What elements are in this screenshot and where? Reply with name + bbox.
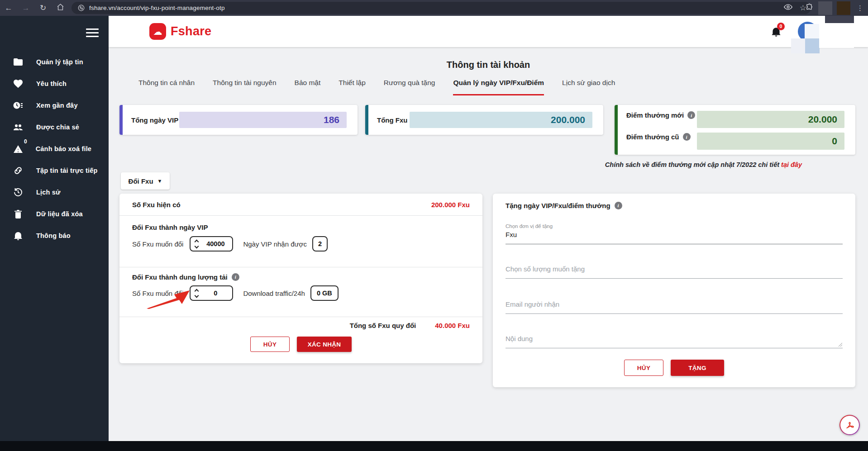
sidebar-item-recent[interactable]: Xem gần đây [0, 95, 109, 116]
info-icon[interactable]: i [232, 273, 239, 281]
browser-menu-icon[interactable]: ⋮ [855, 4, 865, 12]
fshare-cloud-icon: ☁ [149, 23, 166, 40]
sidebar-item-delete-warning[interactable]: 0 Cảnh báo xoá file [0, 138, 109, 160]
fxu-vip-value[interactable]: 40000 [202, 240, 232, 247]
doi-fxu-dropdown[interactable]: Đổi Fxu ▼ [121, 172, 170, 190]
new-points-value: 20.000 [697, 111, 844, 128]
gift-amount-field[interactable]: Chọn số lượng muốn tặng [506, 265, 843, 279]
sidebar-item-label: Quản lý tập tin [36, 58, 83, 66]
notification-bell[interactable]: 0 [770, 26, 782, 39]
sidebar-item-label: Tập tin tải trực tiếp [36, 167, 98, 174]
extensions-icon[interactable] [806, 3, 814, 13]
sidebar-item-notifications[interactable]: Thông báo [0, 225, 109, 247]
vip-days-value: 186 [179, 112, 347, 128]
sidebar-item-history[interactable]: Lịch sử [0, 181, 109, 203]
hamburger-menu-icon[interactable] [86, 28, 99, 37]
gift-email-field[interactable]: Email người nhận [506, 300, 843, 314]
home-icon[interactable] [52, 3, 69, 13]
fxu-vip-stepper[interactable]: 40000 [190, 236, 233, 252]
exchange-panel: Số Fxu hiện có 200.000 Fxu Đổi Fxu thành… [119, 194, 482, 363]
reload-icon[interactable]: ↻ [34, 3, 52, 13]
redacted-block [805, 38, 820, 53]
doi-fxu-label: Đổi Fxu [129, 177, 153, 185]
sidebar-item-direct-download[interactable]: Tập tin tải trực tiếp [0, 160, 109, 181]
points-card: Điểm thưởng mới i 20.000 Điểm thưởng cũ … [615, 105, 855, 155]
current-fxu-value: 200.000 Fxu [431, 201, 470, 209]
forward-icon[interactable]: → [17, 4, 34, 13]
gift-amount-placeholder[interactable]: Chọn số lượng muốn tặng [506, 265, 843, 273]
traffic-result-value: 0 GB [310, 285, 339, 301]
stepper-arrows[interactable] [191, 288, 202, 299]
sidebar-item-label: Xem gần đây [36, 102, 78, 109]
bell-icon [13, 230, 24, 241]
tab-vip-fxu-point-management[interactable]: Quản lý ngày VIP/Fxu/Điểm [453, 79, 544, 95]
total-fxu-label: Tổng số Fxu quy đổi [350, 322, 416, 329]
gift-email-placeholder[interactable]: Email người nhận [506, 300, 843, 308]
resize-handle-icon[interactable] [838, 342, 843, 347]
address-bar[interactable]: fshare.vn/account/vip-fxu-point-manageme… [72, 2, 811, 14]
vip-days-label: Tổng ngày VIP [119, 116, 178, 124]
tab-security[interactable]: Bảo mật [295, 79, 321, 95]
stepper-arrows[interactable] [191, 239, 202, 249]
gift-cancel-button[interactable]: HỦY [624, 360, 663, 376]
cancel-button[interactable]: HỦY [250, 337, 290, 352]
vip-section-title: Đổi Fxu thành ngày VIP [132, 223, 208, 231]
fxu-traffic-stepper[interactable]: 0 [190, 285, 233, 301]
sidebar-item-file-manager[interactable]: Quản lý tập tin [0, 51, 109, 73]
heart-icon [13, 78, 24, 89]
info-icon[interactable]: i [687, 111, 695, 119]
delete-warning-badge: 0 [24, 138, 27, 145]
info-icon[interactable]: i [683, 133, 691, 141]
adobe-acrobat-fab[interactable] [839, 415, 860, 435]
link-icon [13, 165, 24, 176]
url-text[interactable]: fshare.vn/account/vip-fxu-point-manageme… [89, 5, 225, 11]
brand-name: Fshare [171, 24, 211, 38]
sidebar-item-trash[interactable]: Dữ liệu đã xóa [0, 203, 109, 225]
app-header: ☁ Fshare 0 [109, 16, 868, 47]
trash-icon [13, 209, 24, 219]
main-content: Thông tin tài khoản Thông tin cá nhân Th… [109, 47, 868, 441]
history-icon [13, 187, 24, 198]
sidebar-item-shared[interactable]: Được chia sẻ [0, 116, 109, 138]
chevron-down-icon: ▼ [157, 178, 162, 184]
sidebar-item-label: Thông báo [36, 232, 71, 239]
fxu-card: Tổng Fxu 200.000 [365, 105, 603, 135]
redacted-block [805, 24, 820, 39]
sidebar: Quản lý tập tin Yêu thích Xem gần đây Đư… [0, 16, 109, 441]
fshare-logo[interactable]: ☁ Fshare [149, 23, 211, 40]
sidebar-item-label: Yêu thích [36, 80, 67, 87]
tab-transaction-history[interactable]: Lịch sử giao dịch [562, 79, 615, 95]
tab-resource-info[interactable]: Thông tin tài nguyên [213, 79, 276, 95]
old-points-label: Điểm thưởng cũ [626, 133, 679, 141]
page-title: Thông tin tài khoản [109, 60, 868, 70]
sidebar-item-favorites[interactable]: Yêu thích [0, 73, 109, 95]
info-icon[interactable]: i [615, 202, 622, 209]
tab-settings[interactable]: Thiết lập [339, 79, 365, 95]
tab-personal-info[interactable]: Thông tin cá nhân [138, 79, 195, 95]
confirm-button[interactable]: XÁC NHẬN [297, 337, 352, 352]
gift-title: Tặng ngày VIP/Fxu/điểm thưởng [506, 202, 610, 209]
gift-unit-value[interactable]: Fxu [506, 231, 843, 238]
sidebar-item-label: Lịch sử [36, 189, 61, 196]
redacted-block [791, 38, 805, 53]
redacted-block [825, 16, 854, 23]
gift-submit-button[interactable]: TẶNG [671, 360, 724, 376]
bottom-bar [0, 441, 868, 451]
tab-gift-chest[interactable]: Rương quà tặng [384, 79, 435, 95]
gift-message-field[interactable]: Nội dung [506, 335, 843, 348]
fxu-value: 200.000 [410, 112, 592, 128]
gift-message-placeholder[interactable]: Nội dung [506, 335, 843, 342]
warning-icon [13, 143, 24, 154]
site-settings-icon[interactable] [78, 5, 85, 11]
preview-eye-icon[interactable] [784, 3, 792, 13]
back-icon[interactable]: ← [0, 4, 17, 13]
redacted-block [819, 23, 854, 48]
adobe-acrobat-icon [840, 416, 859, 434]
policy-note-link[interactable]: tại đây [781, 161, 802, 168]
notification-badge: 0 [777, 23, 785, 30]
sidebar-item-label: Dữ liệu đã xóa [36, 210, 83, 218]
fxu-traffic-value[interactable]: 0 [202, 290, 232, 297]
gift-unit-select[interactable]: Chọn đơn vị để tặng Fxu [506, 223, 843, 244]
browser-toolbar: ← → ↻ fshare.vn/account/vip-fxu-point-ma… [0, 0, 868, 16]
card-accent [365, 105, 368, 135]
